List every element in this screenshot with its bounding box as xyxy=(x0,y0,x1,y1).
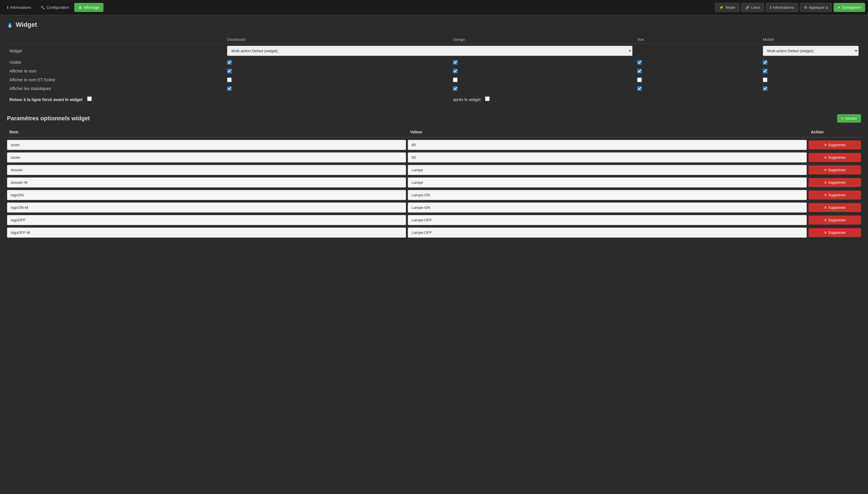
param-nom-input[interactable] xyxy=(7,177,406,188)
table-row: ✕ Supprimer xyxy=(7,227,861,238)
mobile-widget-select[interactable]: Multi-action-Defaut (widget) xyxy=(763,46,859,56)
add-param-button[interactable]: Ajouter xyxy=(837,114,861,122)
col-dashboard-header: Dashboard xyxy=(225,36,451,44)
table-row: ✕ Supprimer xyxy=(7,165,861,175)
afficher-nom-icone-design-cell xyxy=(450,75,635,84)
appliquer-button[interactable]: Appliquer à xyxy=(800,3,832,12)
afficher-stats-mobile-checkbox[interactable] xyxy=(763,86,768,91)
afficher-nom-vue-checkbox[interactable] xyxy=(637,69,642,73)
param-valeur-input[interactable] xyxy=(408,215,807,225)
visible-dashboard-checkbox[interactable] xyxy=(227,60,232,65)
afficher-nom-vue-cell xyxy=(635,67,760,75)
widget-title: Widget xyxy=(7,21,861,28)
visible-vue-checkbox[interactable] xyxy=(637,60,642,65)
nom-header: Nom xyxy=(7,129,408,135)
delete-param-button[interactable]: ✕ Supprimer xyxy=(809,190,861,200)
param-nom-input[interactable] xyxy=(7,227,406,238)
visible-label: Visible xyxy=(7,58,225,67)
afficher-nom-icone-dashboard-cell xyxy=(225,75,451,84)
afficher-nom-icone-design-checkbox[interactable] xyxy=(453,77,458,82)
param-nom-input[interactable] xyxy=(7,140,406,150)
visible-dashboard-cell xyxy=(225,58,451,67)
col-mobile-header: Mobile xyxy=(760,36,861,44)
col-vue-header: Vue xyxy=(635,36,760,44)
param-valeur-input[interactable] xyxy=(408,165,807,175)
mobile-select-cell: Multi-action-Defaut (widget) xyxy=(760,44,861,58)
param-nom-input[interactable] xyxy=(7,215,406,225)
afficher-nom-icone-vue-cell xyxy=(635,75,760,84)
tester-button[interactable]: Tester xyxy=(715,3,739,12)
liens-button[interactable]: Liens xyxy=(741,3,764,12)
retour-avant-label: Retour à la ligne forcé avant le widget xyxy=(9,97,82,102)
nav-affichage[interactable]: Affichage xyxy=(74,3,104,12)
enregistrer-button[interactable]: Enregistrer xyxy=(834,3,865,12)
times-icon: ✕ xyxy=(824,193,827,197)
visible-design-checkbox[interactable] xyxy=(453,60,458,65)
param-valeur-input[interactable] xyxy=(408,227,807,238)
param-nom-input[interactable] xyxy=(7,190,406,200)
afficher-nom-design-checkbox[interactable] xyxy=(453,69,458,73)
info-icon xyxy=(7,5,8,10)
afficher-nom-icone-label: Afficher le nom ET l'icône xyxy=(7,75,225,84)
delete-param-button[interactable]: ✕ Supprimer xyxy=(809,228,861,237)
info-icon-right xyxy=(770,5,772,10)
delete-param-button[interactable]: ✕ Supprimer xyxy=(809,178,861,187)
delete-param-button[interactable]: ✕ Supprimer xyxy=(809,203,861,212)
times-icon: ✕ xyxy=(824,155,827,159)
optional-header: Paramètres optionnels widget Ajouter xyxy=(7,114,861,122)
afficher-stats-dashboard-cell xyxy=(225,84,451,93)
retour-avant-checkbox[interactable] xyxy=(87,96,92,101)
afficher-nom-design-cell xyxy=(450,67,635,75)
dashboard-widget-select[interactable]: Multi-action-Defaut (widget) xyxy=(227,46,633,56)
param-valeur-input[interactable] xyxy=(408,203,807,213)
visible-row: Visible xyxy=(7,58,861,67)
table-row: ✕ Supprimer xyxy=(7,140,861,150)
params-table-header: Nom Valeur Action xyxy=(7,127,861,137)
times-icon: ✕ xyxy=(824,168,827,172)
table-row: ✕ Supprimer xyxy=(7,152,861,163)
afficher-stats-row: Afficher les statistiques xyxy=(7,84,861,93)
param-valeur-input[interactable] xyxy=(408,152,807,163)
afficher-stats-design-checkbox[interactable] xyxy=(453,86,458,91)
top-nav: Informations Configuration Affichage Tes… xyxy=(0,0,868,15)
informations-right-button[interactable]: Informations xyxy=(766,3,798,12)
afficher-nom-icone-dashboard-checkbox[interactable] xyxy=(227,77,232,82)
param-valeur-input[interactable] xyxy=(408,140,807,150)
visible-design-cell xyxy=(450,58,635,67)
wrench-icon xyxy=(40,5,45,10)
param-valeur-input[interactable] xyxy=(408,190,807,200)
param-nom-input[interactable] xyxy=(7,152,406,163)
param-nom-input[interactable] xyxy=(7,165,406,175)
save-icon xyxy=(838,5,841,10)
nav-informations[interactable]: Informations xyxy=(3,3,35,12)
widget-settings-table: Dashboard Design Vue Mobile Widget Multi… xyxy=(7,36,861,106)
delete-param-button[interactable]: ✕ Supprimer xyxy=(809,153,861,162)
param-valeur-input[interactable] xyxy=(408,177,807,188)
afficher-nom-mobile-cell xyxy=(760,67,861,75)
afficher-stats-dashboard-checkbox[interactable] xyxy=(227,86,232,91)
afficher-nom-icone-mobile-cell xyxy=(760,75,861,84)
afficher-nom-mobile-checkbox[interactable] xyxy=(763,69,768,73)
delete-param-button[interactable]: ✕ Supprimer xyxy=(809,166,861,174)
nav-right: Tester Liens Informations Appliquer à En… xyxy=(715,3,865,12)
visible-mobile-checkbox[interactable] xyxy=(763,60,768,65)
afficher-stats-vue-checkbox[interactable] xyxy=(637,86,642,91)
afficher-nom-icone-mobile-checkbox[interactable] xyxy=(763,77,768,82)
screen-icon xyxy=(78,5,82,10)
retour-row: Retour à la ligne forcé avant le widget … xyxy=(7,93,861,106)
delete-param-button[interactable]: ✕ Supprimer xyxy=(809,140,861,149)
times-icon: ✕ xyxy=(824,206,827,210)
afficher-nom-dashboard-checkbox[interactable] xyxy=(227,69,232,73)
widget-label: Widget xyxy=(7,44,225,58)
afficher-nom-icone-vue-checkbox[interactable] xyxy=(637,77,642,82)
params-rows-container: ✕ Supprimer ✕ Supprimer ✕ Supprimer ✕ Su… xyxy=(7,140,861,238)
retour-apres-checkbox[interactable] xyxy=(485,96,490,101)
nav-configuration[interactable]: Configuration xyxy=(36,3,73,12)
test-icon xyxy=(719,5,724,10)
afficher-stats-label: Afficher les statistiques xyxy=(7,84,225,93)
delete-param-button[interactable]: ✕ Supprimer xyxy=(809,215,861,225)
visible-mobile-cell xyxy=(760,58,861,67)
param-nom-input[interactable] xyxy=(7,203,406,213)
dashboard-select-cell: Multi-action-Defaut (widget) xyxy=(225,44,635,58)
apply-icon xyxy=(804,5,807,10)
